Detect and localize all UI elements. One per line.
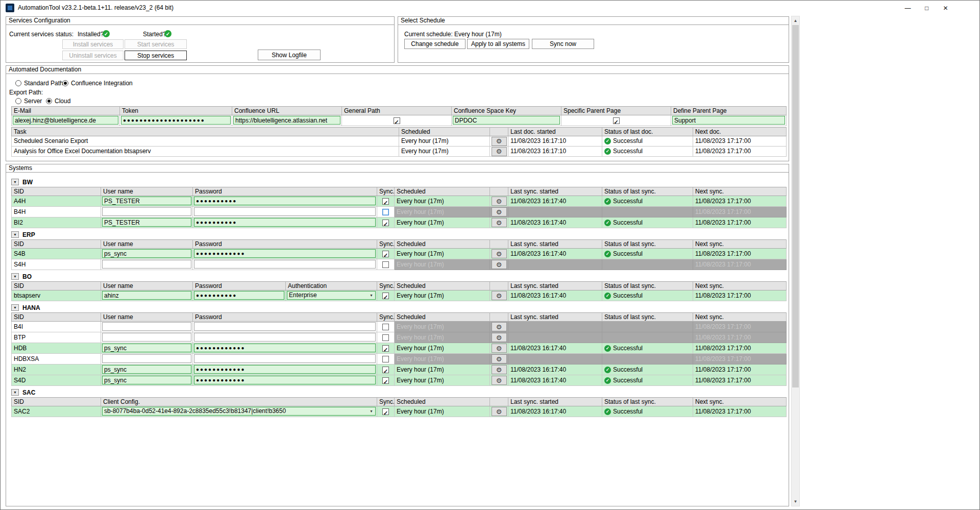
username-field[interactable] xyxy=(102,365,191,374)
close-button[interactable]: ✕ xyxy=(936,1,955,15)
next-sync-cell: 11/08/2023 17:17:00 xyxy=(693,207,787,217)
collapse-group-button[interactable]: ▼ xyxy=(11,304,19,311)
authentication-select[interactable]: Enterprise▼ xyxy=(287,291,376,300)
col-header: Scheduled xyxy=(395,187,490,196)
gear-button[interactable]: ⚙ xyxy=(492,333,507,342)
gear-button[interactable]: ⚙ xyxy=(492,218,507,227)
maximize-button[interactable]: □ xyxy=(917,1,936,15)
gear-button[interactable]: ⚙ xyxy=(492,322,507,331)
gear-button[interactable]: ⚙ xyxy=(492,354,507,363)
apply-to-all-systems-button[interactable]: Apply to all systems xyxy=(467,39,529,49)
collapse-group-button[interactable]: ▼ xyxy=(11,179,19,185)
username-field[interactable] xyxy=(102,291,191,300)
col-header: Last sync. started xyxy=(508,397,602,406)
general-path-checkbox[interactable] xyxy=(394,117,400,124)
password-field[interactable] xyxy=(194,197,376,205)
password-field[interactable] xyxy=(194,344,376,352)
gear-button[interactable]: ⚙ xyxy=(492,249,507,258)
gear-button[interactable]: ⚙ xyxy=(492,147,507,156)
password-field[interactable] xyxy=(194,333,376,342)
collapse-group-button[interactable]: ▼ xyxy=(11,231,19,238)
services-panel-title: Services Configuration xyxy=(6,17,394,25)
column-header-row: SIDUser namePasswordSync.ScheduledLast s… xyxy=(11,239,787,249)
cloud-radio[interactable]: Cloud xyxy=(46,98,70,105)
gear-button[interactable]: ⚙ xyxy=(492,365,507,374)
gear-button[interactable]: ⚙ xyxy=(492,344,507,353)
sync-checkbox[interactable] xyxy=(382,293,389,299)
sync-checkbox[interactable] xyxy=(382,334,389,341)
username-field[interactable] xyxy=(102,344,191,352)
gear-button[interactable]: ⚙ xyxy=(492,407,507,416)
password-field[interactable] xyxy=(194,322,376,331)
system-row-hdb: HDBEvery hour (17m)⚙11/08/2023 16:17:40S… xyxy=(11,343,787,354)
group-label-sac: SAC xyxy=(22,389,35,396)
sync-checkbox[interactable] xyxy=(382,261,389,268)
sync-checkbox[interactable] xyxy=(382,198,389,205)
uninstall-services-button[interactable]: Uninstall services xyxy=(62,51,124,60)
server-radio[interactable]: Server xyxy=(15,98,42,105)
username-field[interactable] xyxy=(102,354,191,363)
confluence-url-field[interactable] xyxy=(233,116,340,125)
sync-checkbox[interactable] xyxy=(382,251,389,257)
define-parent-page-field[interactable] xyxy=(672,116,785,125)
sync-checkbox[interactable] xyxy=(382,324,389,330)
last-sync-cell: 11/08/2023 16:17:40 xyxy=(508,365,602,375)
password-field[interactable] xyxy=(194,249,376,258)
sync-checkbox[interactable] xyxy=(382,345,389,352)
sync-checkbox[interactable] xyxy=(382,220,389,226)
client-config-select[interactable]: sb-8077b4ba-0d52-41e4-892a-2c8835ed55c3!… xyxy=(102,407,376,416)
sync-checkbox[interactable] xyxy=(382,377,389,384)
username-field[interactable] xyxy=(102,207,191,216)
gear-icon: ⚙ xyxy=(496,356,502,362)
sync-now-button[interactable]: Sync now xyxy=(532,39,594,49)
col-header: Scheduled xyxy=(395,239,490,249)
gear-button[interactable]: ⚙ xyxy=(492,207,507,216)
stop-services-button[interactable]: Stop services xyxy=(125,51,187,60)
gear-button[interactable]: ⚙ xyxy=(492,376,507,385)
space-key-field[interactable] xyxy=(453,116,560,125)
password-field[interactable] xyxy=(194,291,284,300)
collapse-group-button[interactable]: ▼ xyxy=(11,389,19,396)
username-field[interactable] xyxy=(102,218,191,227)
change-schedule-button[interactable]: Change schedule xyxy=(404,39,465,49)
standard-path-radio[interactable]: Standard Path xyxy=(15,80,63,87)
username-field[interactable] xyxy=(102,249,191,258)
collapse-group-button[interactable]: ▼ xyxy=(11,273,19,280)
system-row-sac2: SAC2sb-8077b4ba-0d52-41e4-892a-2c8835ed5… xyxy=(11,406,787,417)
minimize-button[interactable]: — xyxy=(898,1,917,15)
confluence-integration-radio[interactable]: Confluence Integration xyxy=(62,80,133,87)
password-field[interactable] xyxy=(194,354,376,363)
show-logfile-button[interactable]: Show Logfile xyxy=(258,50,321,60)
start-services-button[interactable]: Start services xyxy=(125,39,187,49)
password-field[interactable] xyxy=(194,260,376,269)
sync-checkbox[interactable] xyxy=(382,356,389,362)
username-field[interactable] xyxy=(102,260,191,269)
token-field[interactable] xyxy=(121,116,231,125)
vertical-scrollbar[interactable]: ▲ ▼ xyxy=(791,16,800,506)
username-field[interactable] xyxy=(102,322,191,331)
system-row-hdbxsa: HDBXSAEvery hour (17m)⚙11/08/2023 17:17:… xyxy=(11,354,787,365)
sync-checkbox[interactable] xyxy=(382,367,389,373)
username-field[interactable] xyxy=(102,197,191,205)
username-field[interactable] xyxy=(102,376,191,384)
password-field[interactable] xyxy=(194,207,376,216)
sync-checkbox[interactable] xyxy=(382,408,389,415)
chevron-down-icon: ▼ xyxy=(13,180,17,184)
sid-cell: B4I xyxy=(11,322,101,332)
col-header: User name xyxy=(101,312,193,322)
gear-button[interactable]: ⚙ xyxy=(492,137,507,146)
username-field[interactable] xyxy=(102,333,191,342)
specific-parent-page-checkbox[interactable] xyxy=(613,117,620,124)
install-services-button[interactable]: Install services xyxy=(62,39,124,49)
email-field[interactable] xyxy=(13,116,118,125)
gear-button[interactable]: ⚙ xyxy=(492,197,507,206)
scroll-up-icon[interactable]: ▲ xyxy=(792,16,799,25)
gear-button[interactable]: ⚙ xyxy=(492,260,507,269)
password-field[interactable] xyxy=(194,218,376,227)
password-field[interactable] xyxy=(194,365,376,374)
sync-checkbox[interactable] xyxy=(382,209,389,215)
gear-button[interactable]: ⚙ xyxy=(492,291,507,300)
password-field[interactable] xyxy=(194,376,376,384)
scroll-down-icon[interactable]: ▼ xyxy=(792,497,799,506)
scrollbar-thumb[interactable] xyxy=(792,25,799,387)
